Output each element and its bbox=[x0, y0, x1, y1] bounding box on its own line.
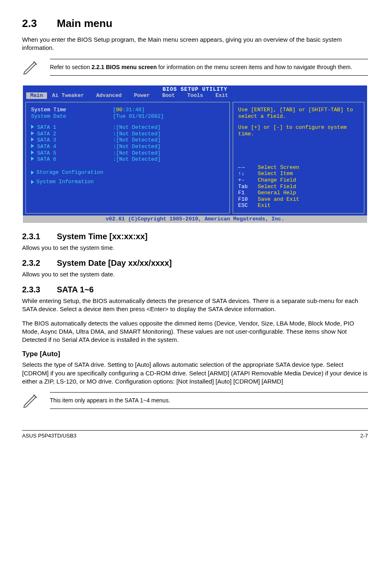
triangle-icon bbox=[31, 125, 34, 129]
heading-233: 2.3.3SATA 1~6 bbox=[22, 284, 368, 295]
note-text: Refer to section 2.2.1 BIOS menu screen … bbox=[50, 59, 368, 76]
bios-row-sata4[interactable]: SATA 4:[Not Detected] bbox=[31, 144, 224, 150]
footer-right: 2-7 bbox=[360, 432, 368, 440]
note-box: This item only appears in the SATA 1~4 m… bbox=[22, 391, 368, 410]
bios-row-sata5[interactable]: SATA 5:[Not Detected] bbox=[31, 150, 224, 157]
bios-tab-power[interactable]: Power bbox=[129, 92, 157, 99]
bios-tab-boot[interactable]: Boot bbox=[157, 92, 182, 99]
bios-screen: BIOS SETUP UTILITY Main Ai Tweaker Advan… bbox=[22, 85, 368, 224]
bios-menubar: Main Ai Tweaker Advanced Power Boot Tool… bbox=[23, 92, 367, 100]
bios-row-system-time[interactable]: System Time [00:31:48] bbox=[31, 107, 224, 113]
body-type: Selects the type of SATA drive. Setting … bbox=[22, 361, 368, 386]
body-233-p2: The BIOS automatically detects the value… bbox=[22, 319, 368, 344]
bios-row-sata3[interactable]: SATA 3:[Not Detected] bbox=[31, 137, 224, 144]
pencil-icon bbox=[22, 58, 38, 76]
bios-row-system-date[interactable]: System Date [Tue 01/01/2002] bbox=[31, 113, 224, 120]
bios-help-text-1: Use [ENTER], [TAB] or [SHIFT-TAB] to sel… bbox=[238, 107, 359, 119]
heading-231: 2.3.1System Time [xx:xx:xx] bbox=[22, 231, 368, 242]
bios-copyright: v02.61 (C)Copyright 1985-2010, American … bbox=[23, 215, 367, 223]
triangle-icon bbox=[31, 144, 34, 148]
page-footer: ASUS P5P43TD/USB3 2-7 bbox=[22, 430, 368, 440]
note-box: Refer to section 2.2.1 BIOS menu screen … bbox=[22, 58, 368, 76]
bios-tab-main[interactable]: Main bbox=[26, 92, 47, 99]
triangle-icon bbox=[31, 180, 34, 184]
triangle-icon bbox=[31, 157, 34, 161]
bios-tab-tools[interactable]: Tools bbox=[182, 92, 211, 99]
heading-type: Type [Auto] bbox=[22, 350, 368, 359]
triangle-icon bbox=[31, 171, 34, 175]
bios-left-pane: System Time [00:31:48] System Date [Tue … bbox=[25, 102, 230, 214]
section-number: 2.3 bbox=[22, 16, 57, 31]
body-231: Allows you to set the system time. bbox=[22, 244, 368, 252]
bios-tab-advanced[interactable]: Advanced bbox=[91, 92, 129, 99]
body-233-p1: While entering Setup, the BIOS automatic… bbox=[22, 297, 368, 314]
bios-title: BIOS SETUP UTILITY bbox=[23, 85, 367, 93]
heading-232: 2.3.2System Date [Day xx/xx/xxxx] bbox=[22, 258, 368, 269]
bios-value-system-time: [00:31:48] bbox=[113, 107, 145, 113]
bios-tab-ai-tweaker[interactable]: Ai Tweaker bbox=[47, 92, 91, 99]
bios-row-sata6[interactable]: SATA 6:[Not Detected] bbox=[31, 156, 224, 163]
pencil-icon bbox=[22, 391, 38, 410]
body-232: Allows you to set the system date. bbox=[22, 270, 368, 278]
bios-sub-storage[interactable]: Storage Configuration bbox=[31, 169, 224, 176]
section-title-text: Main menu bbox=[57, 17, 112, 29]
bios-row-sata2[interactable]: SATA 2:[Not Detected] bbox=[31, 131, 224, 137]
bios-help-pane: Use [ENTER], [TAB] or [SHIFT-TAB] to sel… bbox=[233, 102, 365, 214]
triangle-icon bbox=[31, 150, 34, 155]
bios-row-sata1[interactable]: SATA 1:[Not Detected] bbox=[31, 124, 224, 131]
bios-key-legend: ←→Select Screen ↑↓Select Item +-Change F… bbox=[238, 164, 359, 209]
bios-sub-sysinfo[interactable]: System Information bbox=[31, 179, 224, 185]
footer-left: ASUS P5P43TD/USB3 bbox=[22, 432, 76, 440]
section-heading: 2.3Main menu bbox=[22, 16, 368, 31]
triangle-icon bbox=[31, 131, 34, 135]
bios-help-text-2: Use [+] or [-] to configure system time. bbox=[238, 124, 359, 137]
intro-paragraph: When you enter the BIOS Setup program, t… bbox=[22, 36, 368, 52]
triangle-icon bbox=[31, 137, 34, 141]
note-text: This item only appears in the SATA 1~4 m… bbox=[50, 392, 368, 409]
bios-tab-exit[interactable]: Exit bbox=[211, 92, 235, 99]
